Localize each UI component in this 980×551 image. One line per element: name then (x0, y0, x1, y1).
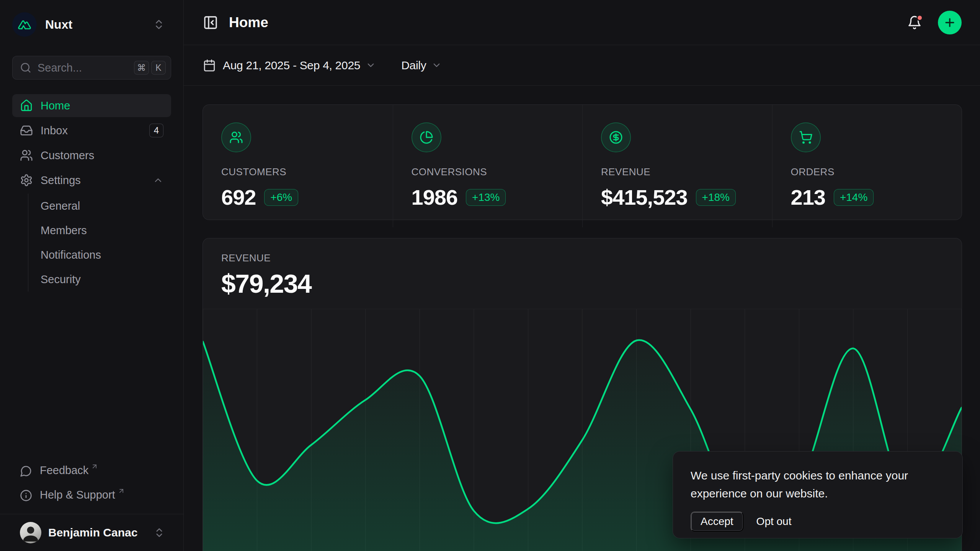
unread-dot (916, 15, 923, 21)
workspace-switcher[interactable]: Nuxt (12, 12, 171, 37)
sidebar-item-label: Customers (41, 149, 94, 162)
external-link-icon (118, 487, 125, 495)
sidebar-item-notifications[interactable]: Notifications (28, 243, 171, 267)
page-header: Home (184, 0, 980, 45)
kbd-k: K (151, 61, 166, 75)
stat-label: ORDERS (791, 166, 944, 178)
stat-delta-badge: +6% (264, 189, 298, 206)
nuxt-logo-icon (12, 12, 37, 37)
header-actions (907, 11, 962, 34)
sidebar-top: Nuxt Search... ⌘ K Home (0, 0, 183, 514)
chevron-down-icon (431, 60, 442, 70)
stat-value: 213 (791, 185, 825, 210)
stat-label: CONVERSIONS (412, 166, 564, 178)
inbox-icon (20, 124, 33, 137)
settings-subnav: General Members Notifications Security (28, 194, 171, 292)
app-root: Nuxt Search... ⌘ K Home (0, 0, 980, 551)
sidebar-item-label: Inbox (41, 124, 68, 137)
stat-delta-badge: +13% (466, 189, 506, 206)
revenue-chart-header: REVENUE $79,234 (203, 238, 962, 309)
granularity-value: Daily (401, 59, 426, 72)
stat-card-customers: CUSTOMERS 692 +6% (203, 105, 393, 227)
feedback-link[interactable]: Feedback (12, 459, 171, 482)
sidebar-nav: Home Inbox 4 Customers (12, 94, 171, 292)
sidebar-item-settings[interactable]: Settings (12, 169, 171, 192)
date-range-value: Aug 21, 2025 - Sep 4, 2025 (223, 59, 360, 72)
stat-card-conversions: CONVERSIONS 1986 +13% (393, 105, 583, 227)
stat-value: $415,523 (601, 185, 688, 210)
stat-value: 692 (221, 185, 256, 210)
sidebar-item-members[interactable]: Members (28, 218, 171, 243)
cookie-message: We use first-party cookies to enhance yo… (691, 467, 928, 502)
notifications-button[interactable] (907, 15, 922, 30)
inbox-count-badge: 4 (149, 124, 163, 137)
user-menu[interactable]: Benjamin Canac (0, 514, 183, 551)
footer-link-label: Help & Support (40, 489, 115, 501)
stat-delta-badge: +14% (834, 189, 874, 206)
info-circle-icon (20, 489, 32, 502)
plus-icon (943, 16, 956, 29)
cookie-banner: We use first-party cookies to enhance yo… (673, 452, 962, 538)
cart-icon (791, 122, 821, 152)
granularity-select[interactable]: Daily (401, 59, 442, 72)
workspace-name: Nuxt (45, 18, 72, 32)
pie-chart-icon (412, 122, 441, 152)
avatar (20, 522, 41, 543)
search-shortcut: ⌘ K (134, 61, 166, 75)
date-range-picker[interactable]: Aug 21, 2025 - Sep 4, 2025 (203, 59, 376, 72)
subnav-label: Notifications (41, 249, 101, 261)
page-title: Home (229, 15, 268, 31)
chevron-down-icon (366, 60, 376, 70)
sidebar-item-label: Home (41, 99, 70, 112)
subnav-label: General (41, 200, 80, 212)
opt-out-button[interactable]: Opt out (756, 515, 792, 528)
circle-dollar-icon (601, 122, 631, 152)
sidebar-item-label: Settings (41, 174, 81, 187)
chat-bubble-icon (20, 465, 32, 477)
gear-icon (20, 174, 33, 187)
users-icon (20, 149, 33, 162)
stat-card-revenue: REVENUE $415,523 +18% (582, 105, 772, 227)
users-icon (221, 122, 251, 152)
sidebar-item-home[interactable]: Home (12, 94, 171, 117)
footer-link-label: Feedback (40, 464, 88, 477)
filter-toolbar: Aug 21, 2025 - Sep 4, 2025 Daily (184, 45, 980, 86)
sidebar-item-security[interactable]: Security (28, 267, 171, 292)
panel-left-close-icon (203, 15, 218, 30)
subnav-label: Security (41, 273, 81, 286)
chevron-up-down-icon (154, 527, 165, 538)
stat-label: REVENUE (601, 166, 754, 178)
help-support-link[interactable]: Help & Support (12, 483, 171, 506)
add-button[interactable] (938, 11, 962, 34)
search-input[interactable]: Search... ⌘ K (12, 56, 171, 80)
user-name: Benjamin Canac (48, 526, 137, 539)
external-link-icon (91, 463, 98, 470)
cookie-actions: Accept Opt out (691, 512, 945, 531)
home-icon (20, 99, 33, 112)
stat-delta-badge: +18% (696, 189, 736, 206)
calendar-icon (203, 59, 216, 72)
sidebar-collapse-button[interactable] (203, 15, 218, 30)
kbd-cmd: ⌘ (134, 61, 149, 75)
sidebar-item-inbox[interactable]: Inbox 4 (12, 119, 171, 142)
stats-row: CUSTOMERS 692 +6% CONVERSIONS 1986 +13% (203, 105, 962, 220)
revenue-chart-value: $79,234 (221, 269, 943, 298)
stat-card-orders: ORDERS 213 +14% (772, 105, 962, 227)
chevron-up-icon (153, 175, 163, 186)
stat-value: 1986 (412, 185, 458, 210)
sidebar: Nuxt Search... ⌘ K Home (0, 0, 184, 551)
sidebar-item-customers[interactable]: Customers (12, 144, 171, 167)
search-placeholder: Search... (38, 62, 82, 74)
subnav-label: Members (41, 224, 87, 237)
revenue-chart-label: REVENUE (221, 252, 943, 264)
sidebar-footer-links: Feedback Help & Support (12, 459, 171, 514)
stat-label: CUSTOMERS (221, 166, 374, 178)
search-icon (20, 62, 31, 73)
sidebar-item-general[interactable]: General (28, 194, 171, 218)
chevron-up-down-icon (153, 18, 165, 31)
accept-button[interactable]: Accept (691, 512, 743, 531)
